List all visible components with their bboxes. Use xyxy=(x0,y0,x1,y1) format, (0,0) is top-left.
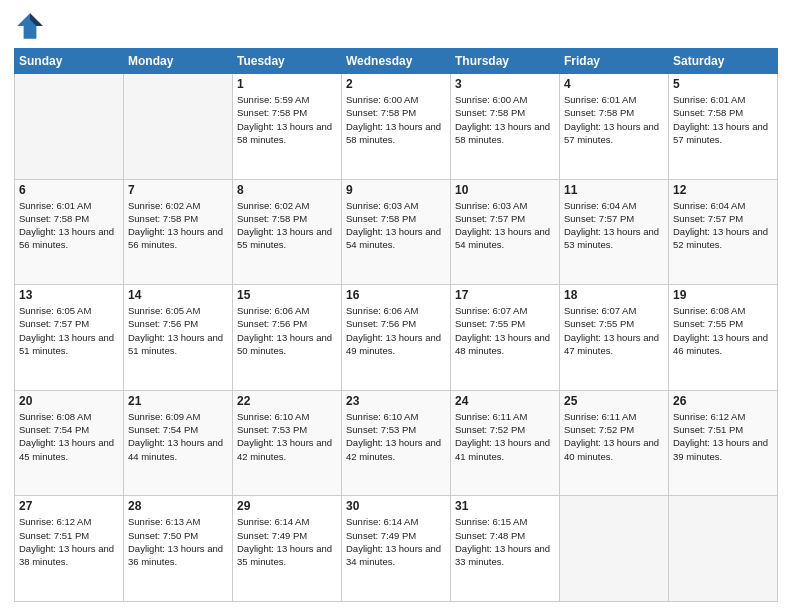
day-cell-11: 11Sunrise: 6:04 AMSunset: 7:57 PMDayligh… xyxy=(560,179,669,285)
week-row-3: 13Sunrise: 6:05 AMSunset: 7:57 PMDayligh… xyxy=(15,285,778,391)
day-info: Sunrise: 6:03 AMSunset: 7:58 PMDaylight:… xyxy=(346,199,446,252)
day-number: 8 xyxy=(237,183,337,197)
day-info: Sunrise: 6:09 AMSunset: 7:54 PMDaylight:… xyxy=(128,410,228,463)
weekday-header-wednesday: Wednesday xyxy=(342,49,451,74)
day-info: Sunrise: 6:14 AMSunset: 7:49 PMDaylight:… xyxy=(237,515,337,568)
day-info: Sunrise: 6:15 AMSunset: 7:48 PMDaylight:… xyxy=(455,515,555,568)
day-cell-14: 14Sunrise: 6:05 AMSunset: 7:56 PMDayligh… xyxy=(124,285,233,391)
day-cell-28: 28Sunrise: 6:13 AMSunset: 7:50 PMDayligh… xyxy=(124,496,233,602)
day-info: Sunrise: 6:07 AMSunset: 7:55 PMDaylight:… xyxy=(564,304,664,357)
day-info: Sunrise: 6:12 AMSunset: 7:51 PMDaylight:… xyxy=(673,410,773,463)
day-cell-15: 15Sunrise: 6:06 AMSunset: 7:56 PMDayligh… xyxy=(233,285,342,391)
day-number: 20 xyxy=(19,394,119,408)
day-number: 25 xyxy=(564,394,664,408)
day-number: 14 xyxy=(128,288,228,302)
day-number: 12 xyxy=(673,183,773,197)
day-number: 30 xyxy=(346,499,446,513)
day-number: 7 xyxy=(128,183,228,197)
day-info: Sunrise: 6:03 AMSunset: 7:57 PMDaylight:… xyxy=(455,199,555,252)
empty-cell xyxy=(15,74,124,180)
day-cell-12: 12Sunrise: 6:04 AMSunset: 7:57 PMDayligh… xyxy=(669,179,778,285)
logo xyxy=(14,10,50,42)
day-cell-20: 20Sunrise: 6:08 AMSunset: 7:54 PMDayligh… xyxy=(15,390,124,496)
day-cell-30: 30Sunrise: 6:14 AMSunset: 7:49 PMDayligh… xyxy=(342,496,451,602)
day-number: 21 xyxy=(128,394,228,408)
week-row-2: 6Sunrise: 6:01 AMSunset: 7:58 PMDaylight… xyxy=(15,179,778,285)
week-row-1: 1Sunrise: 5:59 AMSunset: 7:58 PMDaylight… xyxy=(15,74,778,180)
day-info: Sunrise: 6:14 AMSunset: 7:49 PMDaylight:… xyxy=(346,515,446,568)
weekday-header-sunday: Sunday xyxy=(15,49,124,74)
day-cell-13: 13Sunrise: 6:05 AMSunset: 7:57 PMDayligh… xyxy=(15,285,124,391)
weekday-header-saturday: Saturday xyxy=(669,49,778,74)
day-info: Sunrise: 6:04 AMSunset: 7:57 PMDaylight:… xyxy=(564,199,664,252)
day-info: Sunrise: 6:08 AMSunset: 7:54 PMDaylight:… xyxy=(19,410,119,463)
day-cell-25: 25Sunrise: 6:11 AMSunset: 7:52 PMDayligh… xyxy=(560,390,669,496)
day-cell-18: 18Sunrise: 6:07 AMSunset: 7:55 PMDayligh… xyxy=(560,285,669,391)
day-info: Sunrise: 5:59 AMSunset: 7:58 PMDaylight:… xyxy=(237,93,337,146)
day-cell-26: 26Sunrise: 6:12 AMSunset: 7:51 PMDayligh… xyxy=(669,390,778,496)
week-row-5: 27Sunrise: 6:12 AMSunset: 7:51 PMDayligh… xyxy=(15,496,778,602)
empty-cell xyxy=(124,74,233,180)
day-info: Sunrise: 6:11 AMSunset: 7:52 PMDaylight:… xyxy=(455,410,555,463)
day-number: 1 xyxy=(237,77,337,91)
day-cell-17: 17Sunrise: 6:07 AMSunset: 7:55 PMDayligh… xyxy=(451,285,560,391)
day-info: Sunrise: 6:10 AMSunset: 7:53 PMDaylight:… xyxy=(346,410,446,463)
day-cell-21: 21Sunrise: 6:09 AMSunset: 7:54 PMDayligh… xyxy=(124,390,233,496)
day-cell-10: 10Sunrise: 6:03 AMSunset: 7:57 PMDayligh… xyxy=(451,179,560,285)
day-info: Sunrise: 6:02 AMSunset: 7:58 PMDaylight:… xyxy=(237,199,337,252)
weekday-header-row: SundayMondayTuesdayWednesdayThursdayFrid… xyxy=(15,49,778,74)
day-number: 23 xyxy=(346,394,446,408)
day-info: Sunrise: 6:13 AMSunset: 7:50 PMDaylight:… xyxy=(128,515,228,568)
day-number: 5 xyxy=(673,77,773,91)
weekday-header-friday: Friday xyxy=(560,49,669,74)
day-number: 13 xyxy=(19,288,119,302)
day-cell-8: 8Sunrise: 6:02 AMSunset: 7:58 PMDaylight… xyxy=(233,179,342,285)
day-number: 3 xyxy=(455,77,555,91)
day-cell-7: 7Sunrise: 6:02 AMSunset: 7:58 PMDaylight… xyxy=(124,179,233,285)
weekday-header-tuesday: Tuesday xyxy=(233,49,342,74)
day-info: Sunrise: 6:06 AMSunset: 7:56 PMDaylight:… xyxy=(346,304,446,357)
weekday-header-monday: Monday xyxy=(124,49,233,74)
day-cell-4: 4Sunrise: 6:01 AMSunset: 7:58 PMDaylight… xyxy=(560,74,669,180)
day-info: Sunrise: 6:00 AMSunset: 7:58 PMDaylight:… xyxy=(346,93,446,146)
day-info: Sunrise: 6:01 AMSunset: 7:58 PMDaylight:… xyxy=(673,93,773,146)
day-number: 4 xyxy=(564,77,664,91)
day-info: Sunrise: 6:05 AMSunset: 7:56 PMDaylight:… xyxy=(128,304,228,357)
week-row-4: 20Sunrise: 6:08 AMSunset: 7:54 PMDayligh… xyxy=(15,390,778,496)
day-number: 18 xyxy=(564,288,664,302)
header xyxy=(14,10,778,42)
day-info: Sunrise: 6:12 AMSunset: 7:51 PMDaylight:… xyxy=(19,515,119,568)
day-number: 16 xyxy=(346,288,446,302)
day-cell-29: 29Sunrise: 6:14 AMSunset: 7:49 PMDayligh… xyxy=(233,496,342,602)
day-cell-23: 23Sunrise: 6:10 AMSunset: 7:53 PMDayligh… xyxy=(342,390,451,496)
day-number: 6 xyxy=(19,183,119,197)
logo-icon xyxy=(14,10,46,42)
day-number: 17 xyxy=(455,288,555,302)
day-info: Sunrise: 6:00 AMSunset: 7:58 PMDaylight:… xyxy=(455,93,555,146)
day-number: 24 xyxy=(455,394,555,408)
day-number: 22 xyxy=(237,394,337,408)
day-number: 9 xyxy=(346,183,446,197)
day-number: 27 xyxy=(19,499,119,513)
day-number: 29 xyxy=(237,499,337,513)
day-number: 15 xyxy=(237,288,337,302)
day-info: Sunrise: 6:04 AMSunset: 7:57 PMDaylight:… xyxy=(673,199,773,252)
day-number: 31 xyxy=(455,499,555,513)
day-cell-22: 22Sunrise: 6:10 AMSunset: 7:53 PMDayligh… xyxy=(233,390,342,496)
day-info: Sunrise: 6:06 AMSunset: 7:56 PMDaylight:… xyxy=(237,304,337,357)
day-info: Sunrise: 6:10 AMSunset: 7:53 PMDaylight:… xyxy=(237,410,337,463)
day-number: 11 xyxy=(564,183,664,197)
day-cell-6: 6Sunrise: 6:01 AMSunset: 7:58 PMDaylight… xyxy=(15,179,124,285)
day-number: 10 xyxy=(455,183,555,197)
weekday-header-thursday: Thursday xyxy=(451,49,560,74)
day-cell-1: 1Sunrise: 5:59 AMSunset: 7:58 PMDaylight… xyxy=(233,74,342,180)
day-number: 28 xyxy=(128,499,228,513)
page: SundayMondayTuesdayWednesdayThursdayFrid… xyxy=(0,0,792,612)
day-number: 26 xyxy=(673,394,773,408)
day-info: Sunrise: 6:07 AMSunset: 7:55 PMDaylight:… xyxy=(455,304,555,357)
day-info: Sunrise: 6:02 AMSunset: 7:58 PMDaylight:… xyxy=(128,199,228,252)
day-cell-31: 31Sunrise: 6:15 AMSunset: 7:48 PMDayligh… xyxy=(451,496,560,602)
empty-cell xyxy=(669,496,778,602)
calendar-table: SundayMondayTuesdayWednesdayThursdayFrid… xyxy=(14,48,778,602)
day-cell-9: 9Sunrise: 6:03 AMSunset: 7:58 PMDaylight… xyxy=(342,179,451,285)
